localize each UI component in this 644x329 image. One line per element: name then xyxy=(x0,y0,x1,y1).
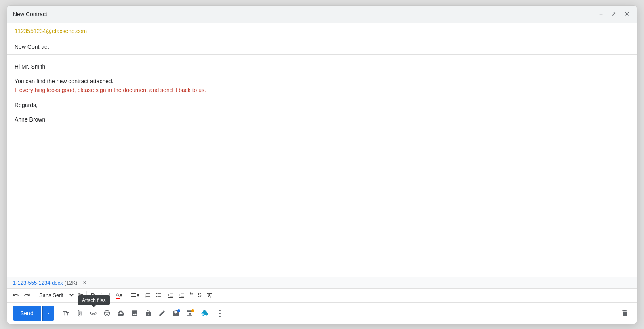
font-family-select[interactable]: Sans Serif Serif Monospace xyxy=(36,291,75,300)
attachment-filename[interactable]: 1-123-555-1234.docx xyxy=(13,280,63,286)
body-regards: Regards, xyxy=(15,101,629,109)
text-color-button[interactable]: A▾ xyxy=(114,290,124,300)
quote-button[interactable]: ❝ xyxy=(187,290,195,300)
to-address[interactable]: 1123551234@efaxsend.com xyxy=(15,28,87,34)
toolbar-sep-3 xyxy=(126,291,126,299)
text-formatting-button[interactable] xyxy=(60,308,72,319)
body-greeting: Hi Mr. Smith, xyxy=(15,62,629,71)
window-controls: − ⤢ ✕ xyxy=(598,10,631,18)
to-field-row: 1123551234@efaxsend.com xyxy=(7,23,637,39)
attachment-bar: 1-123-555-1234.docx (12K) × xyxy=(7,277,637,289)
body-spacer-1 xyxy=(15,71,629,77)
svg-text:S: S xyxy=(202,312,204,315)
salesforce-button[interactable]: S xyxy=(197,307,212,320)
toolbar-sep-2 xyxy=(86,291,87,299)
schedule-badge xyxy=(177,309,180,312)
minimize-button[interactable]: − xyxy=(598,10,604,18)
align-button[interactable]: ▾ xyxy=(128,290,141,300)
italic-button[interactable]: I xyxy=(98,291,103,300)
body-p1: You can find the new contract attached. xyxy=(15,77,629,86)
schedule-send-button[interactable] xyxy=(170,308,182,319)
font-size-button[interactable]: T▾ xyxy=(76,291,85,299)
body-spacer-2 xyxy=(15,95,629,101)
body-spacer-3 xyxy=(15,109,629,115)
discard-button[interactable] xyxy=(618,308,631,319)
schedule-option-button[interactable] xyxy=(183,308,196,319)
toolbar-sep-1 xyxy=(34,291,34,299)
insert-photo-button[interactable] xyxy=(128,308,141,319)
subject-row: New Contract xyxy=(7,39,637,55)
body-p2: If everything looks good, please sign in… xyxy=(15,86,629,94)
pencil-button[interactable] xyxy=(156,308,168,319)
close-button[interactable]: ✕ xyxy=(623,10,631,18)
body-signature: Anne Brown xyxy=(15,115,629,124)
lock-button[interactable] xyxy=(142,308,154,319)
redo-button[interactable] xyxy=(22,290,32,300)
maximize-button[interactable]: ⤢ xyxy=(609,10,618,18)
indent-more-button[interactable] xyxy=(176,290,187,300)
numbered-list-button[interactable] xyxy=(142,290,153,300)
attachment-size: (12K) xyxy=(65,280,78,286)
formatting-toolbar: Sans Serif Serif Monospace T▾ B I U A▾ ▾ xyxy=(7,289,637,302)
send-dropdown-button[interactable] xyxy=(42,306,54,321)
underline-button[interactable]: U xyxy=(104,291,113,300)
clear-format-button[interactable] xyxy=(204,290,215,300)
insert-emoji-button[interactable] xyxy=(101,308,113,319)
send-button[interactable]: Send xyxy=(13,306,41,321)
titlebar: New Contract − ⤢ ✕ xyxy=(7,6,637,23)
attach-files-button[interactable] xyxy=(74,308,86,319)
subject-text: New Contract xyxy=(15,44,49,50)
window-title: New Contract xyxy=(13,11,47,17)
drive-button[interactable] xyxy=(115,308,127,319)
undo-button[interactable] xyxy=(11,290,21,300)
more-options-button[interactable]: ⋮ xyxy=(213,307,226,320)
insert-link-button[interactable] xyxy=(87,308,99,319)
compose-window: New Contract − ⤢ ✕ 1123551234@efaxsend.c… xyxy=(7,5,637,324)
svg-point-3 xyxy=(205,312,208,315)
email-body[interactable]: Hi Mr. Smith, You can find the new contr… xyxy=(7,55,637,277)
bold-button[interactable]: B xyxy=(88,291,97,300)
attachment-close-button[interactable]: × xyxy=(83,280,86,285)
schedule-option-badge xyxy=(191,309,194,312)
bullet-list-button[interactable] xyxy=(154,290,164,300)
bottom-bar: Send xyxy=(7,302,637,324)
strikethrough-button[interactable]: S xyxy=(196,291,204,300)
indent-less-button[interactable] xyxy=(165,290,175,300)
